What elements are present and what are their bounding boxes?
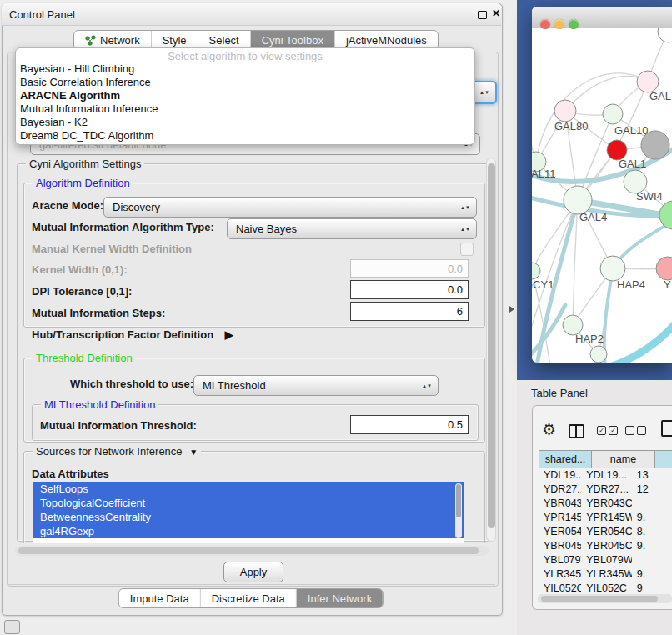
table-row[interactable]: YBL079WYBL079W [539, 553, 672, 568]
minimized-window-gadget[interactable] [4, 620, 20, 634]
tab-cyni-toolbox[interactable]: Cyni Toolbox [251, 31, 335, 49]
threshold-definition-title: Threshold Definition [33, 352, 136, 364]
algorithm-option-mutual-information-inference[interactable]: Mutual Information Inference [16, 102, 474, 116]
settings-vscrollbar-thumb[interactable] [488, 163, 495, 528]
table-cell: YPR145W [581, 511, 632, 525]
column-header-a[interactable]: A [655, 450, 672, 468]
attribute-item-selfloops[interactable]: SelfLoops [33, 482, 464, 496]
tab-label: Discretize Data [212, 592, 285, 605]
tab-impute-data[interactable]: Impute Data [119, 589, 201, 608]
expanded-arrow-icon: ▼ [189, 448, 198, 457]
tab-select[interactable]: Select [198, 31, 251, 49]
node-label-swi4: SWI4 [636, 190, 663, 202]
columns-icon[interactable] [569, 424, 584, 438]
mi-type-label: Mutual Information Algorithm Type: [32, 221, 214, 233]
mi-threshold-field[interactable]: 0.5 [350, 415, 469, 434]
settings-hscrollbar-thumb[interactable] [18, 548, 479, 554]
mi-steps-value: 6 [457, 305, 463, 318]
combo-stepper-icon: ▲▼ [422, 383, 432, 388]
network-window-titlebar[interactable] [532, 7, 672, 28]
node-label-hap2: HAP2 [575, 332, 604, 345]
manual-kernel-checkbox[interactable] [460, 242, 474, 256]
table-row[interactable]: YLR345WYLR345W9. [539, 568, 672, 582]
network-node-gal10[interactable] [603, 104, 623, 124]
which-threshold-value: MI Threshold [203, 379, 266, 392]
screen: Control Panel ✕ NetworkStyleSelectCyni T… [0, 0, 672, 635]
pane-resize-handle[interactable] [509, 306, 514, 312]
float-window-icon[interactable] [478, 11, 487, 19]
table-row[interactable]: YBR043CYBR043C [539, 497, 672, 511]
aracne-mode-combobox[interactable]: Discovery ▲▼ [103, 197, 477, 218]
tab-label: Style [163, 34, 187, 47]
network-edge[interactable] [604, 268, 613, 362]
tab-discretize-data[interactable]: Discretize Data [201, 589, 297, 608]
attributes-scrollbar-thumb[interactable] [456, 484, 461, 518]
manual-kernel-label: Manual Kernel Width Definition [32, 242, 192, 255]
dpi-tolerance-value: 0.0 [448, 283, 463, 296]
algorithm-option-bayesian-k2[interactable]: Bayesian - K2 [16, 116, 474, 129]
network-node[interactable] [659, 201, 672, 229]
data-attributes-list[interactable]: SelfLoopsTopologicalCoefficientBetweenne… [33, 482, 464, 543]
network-node-gal80[interactable] [554, 100, 576, 122]
network-node-y[interactable] [656, 257, 672, 280]
collapsed-arrow-icon: ▶ [225, 328, 233, 341]
sources-group-title[interactable]: Sources for Network Inference ▼ [33, 445, 201, 458]
column-header-name[interactable]: name [592, 450, 655, 468]
which-threshold-combobox[interactable]: MI Threshold ▲▼ [193, 375, 439, 396]
algorithm-option-basic-correlation-inference[interactable]: Basic Correlation Inference [16, 76, 474, 89]
network-node-hap4[interactable] [600, 256, 625, 281]
table-cell [632, 553, 672, 568]
tab-label: Network [100, 34, 140, 47]
table-row[interactable]: YDR27...YDR27...12 [539, 482, 672, 497]
column-header-shared[interactable]: shared... [539, 450, 592, 468]
network-edge[interactable] [565, 76, 648, 111]
algorithm-option-bayesian-hill-climbing[interactable]: Bayesian - Hill Climbing [16, 62, 474, 76]
network-node[interactable] [658, 28, 672, 42]
dpi-tolerance-field[interactable]: 0.0 [350, 280, 469, 299]
hub-definition-toggle[interactable]: Hub/Transcription Factor Definition ▶ [32, 328, 233, 341]
algorithm-option-aracne-algorithm[interactable]: ARACNE Algorithm [16, 89, 474, 102]
combo-stepper-icon: ▲▼ [460, 227, 470, 231]
gear-icon[interactable]: ⚙ [542, 420, 556, 439]
node-label-gal10: GAL10 [614, 124, 648, 137]
mi-type-combobox[interactable]: Naive Bayes ▲▼ [227, 218, 477, 239]
network-edge[interactable] [612, 322, 672, 362]
network-graph[interactable]: GALGAL80GAL10GAL1GAL11SWI4GAL4GCY1HAP4YH… [532, 28, 672, 362]
attribute-item-topologicalcoefficient[interactable]: TopologicalCoefficient [33, 496, 464, 510]
network-node[interactable] [590, 346, 607, 362]
table-cell: 9. [632, 539, 672, 553]
table-cell: YLR345W [539, 568, 581, 582]
table-row[interactable]: YDL19...YDL19...13 [539, 468, 672, 482]
close-icon[interactable]: ✕ [492, 8, 500, 19]
algorithm-option-dream8-dc-tdc-algorithm[interactable]: Dream8 DC_TDC Algorithm [16, 129, 474, 142]
tab-infer-network[interactable]: Infer Network [297, 589, 383, 608]
table-cell: YBR043C [581, 497, 632, 511]
attribute-item-gal4rgexp[interactable]: gal4RGexp [33, 524, 464, 538]
table-row[interactable]: YIL052CYIL052C9 [539, 582, 672, 593]
sources-title-text: Sources for Network Inference [36, 445, 183, 458]
tab-network[interactable]: Network [74, 31, 152, 49]
network-node-gal4[interactable] [564, 186, 592, 214]
tab-style[interactable]: Style [152, 31, 198, 49]
select-all-icon[interactable]: ✓✓ [597, 426, 618, 435]
apply-button[interactable]: Apply [223, 562, 283, 582]
attribute-item-betweennesscentrality[interactable]: BetweennessCentrality [33, 510, 464, 524]
table-row[interactable]: YBR045CYBR045C9. [539, 539, 672, 553]
node-label-gal4: GAL4 [579, 211, 607, 223]
table-cell: YLR345W [581, 568, 632, 582]
network-node-gcy1[interactable] [532, 262, 540, 279]
mi-steps-field[interactable]: 6 [350, 302, 469, 321]
deselect-all-icon[interactable] [625, 426, 646, 435]
tab-jactivemnodules[interactable]: jActiveMNodules [335, 31, 438, 49]
table-hscrollbar-thumb[interactable] [541, 596, 658, 602]
kernel-width-field[interactable]: 0.0 [350, 259, 469, 278]
tab-label: Impute Data [130, 592, 189, 605]
document-icon[interactable] [661, 420, 672, 437]
table-row[interactable]: YER054CYER054C8. [539, 525, 672, 539]
data-attributes-label: Data Attributes [32, 468, 109, 480]
table-cell: YPR145W [539, 511, 581, 525]
aracne-mode-label: Aracne Mode: [32, 199, 103, 212]
table-row[interactable]: YPR145WYPR145W9. [539, 511, 672, 525]
network-canvas[interactable]: GALGAL80GAL10GAL1GAL11SWI4GAL4GCY1HAP4YH… [532, 28, 672, 362]
which-threshold-label: Which threshold to use: [70, 378, 193, 390]
